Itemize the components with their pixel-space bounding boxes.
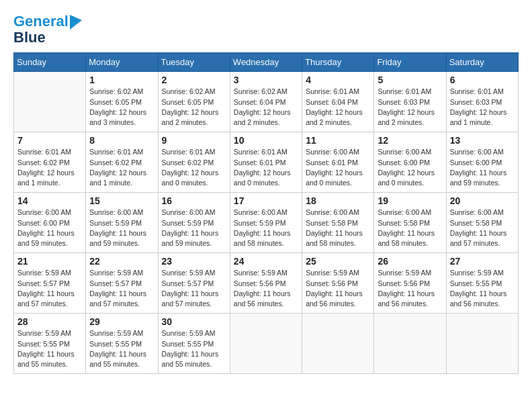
calendar-cell: 25Sunrise: 5:59 AM Sunset: 5:56 PM Dayli… (302, 253, 374, 314)
day-number: 19 (378, 195, 442, 206)
day-number: 17 (234, 195, 298, 206)
day-detail: Sunrise: 5:59 AM Sunset: 5:55 PM Dayligh… (17, 328, 82, 369)
day-detail: Sunrise: 6:00 AM Sunset: 5:58 PM Dayligh… (378, 208, 442, 248)
day-detail: Sunrise: 6:01 AM Sunset: 6:02 PM Dayligh… (162, 147, 226, 188)
calendar-cell: 26Sunrise: 5:59 AM Sunset: 5:56 PM Dayli… (374, 253, 446, 314)
calendar-cell: 29Sunrise: 5:59 AM Sunset: 5:55 PM Dayli… (86, 314, 158, 374)
calendar-cell: 4Sunrise: 6:01 AM Sunset: 6:04 PM Daylig… (302, 72, 374, 132)
day-number: 26 (378, 256, 442, 267)
calendar-cell: 19Sunrise: 6:00 AM Sunset: 5:58 PM Dayli… (374, 193, 446, 253)
day-detail: Sunrise: 5:59 AM Sunset: 5:56 PM Dayligh… (378, 268, 442, 309)
calendar-cell: 7Sunrise: 6:01 AM Sunset: 6:02 PM Daylig… (14, 132, 86, 193)
day-number: 21 (17, 256, 82, 267)
weekday-header-thursday: Thursday (302, 53, 374, 72)
day-number: 30 (162, 316, 226, 327)
day-number: 3 (234, 75, 298, 85)
day-detail: Sunrise: 5:59 AM Sunset: 5:57 PM Dayligh… (89, 268, 154, 309)
day-detail: Sunrise: 6:00 AM Sunset: 5:59 PM Dayligh… (162, 208, 226, 248)
calendar-cell: 13Sunrise: 6:00 AM Sunset: 6:00 PM Dayli… (446, 132, 518, 193)
day-detail: Sunrise: 5:59 AM Sunset: 5:56 PM Dayligh… (234, 268, 298, 309)
calendar-cell (446, 314, 518, 374)
day-detail: Sunrise: 6:00 AM Sunset: 5:59 PM Dayligh… (234, 208, 298, 248)
svg-marker-0 (70, 15, 82, 30)
calendar-cell (14, 72, 86, 132)
day-number: 9 (162, 135, 226, 146)
calendar-cell: 18Sunrise: 6:00 AM Sunset: 5:58 PM Dayli… (302, 193, 374, 253)
day-number: 8 (89, 135, 154, 146)
calendar-cell: 6Sunrise: 6:01 AM Sunset: 6:03 PM Daylig… (446, 72, 518, 132)
day-detail: Sunrise: 6:01 AM Sunset: 6:03 PM Dayligh… (450, 87, 515, 128)
day-detail: Sunrise: 6:02 AM Sunset: 6:04 PM Dayligh… (234, 87, 298, 128)
day-number: 24 (234, 256, 298, 267)
calendar-cell: 20Sunrise: 6:00 AM Sunset: 5:58 PM Dayli… (446, 193, 518, 253)
day-number: 13 (450, 135, 515, 146)
weekday-header-monday: Monday (86, 53, 158, 72)
calendar-cell: 16Sunrise: 6:00 AM Sunset: 5:59 PM Dayli… (158, 193, 230, 253)
calendar-cell: 1Sunrise: 6:02 AM Sunset: 6:05 PM Daylig… (86, 72, 158, 132)
calendar-cell: 2Sunrise: 6:02 AM Sunset: 6:05 PM Daylig… (158, 72, 230, 132)
day-number: 10 (234, 135, 298, 146)
week-row-1: 1Sunrise: 6:02 AM Sunset: 6:05 PM Daylig… (14, 72, 519, 132)
day-detail: Sunrise: 6:01 AM Sunset: 6:02 PM Dayligh… (17, 147, 82, 188)
day-detail: Sunrise: 6:01 AM Sunset: 6:01 PM Dayligh… (234, 147, 298, 188)
day-detail: Sunrise: 6:00 AM Sunset: 5:58 PM Dayligh… (306, 208, 370, 248)
day-number: 1 (89, 75, 154, 85)
calendar-cell: 22Sunrise: 5:59 AM Sunset: 5:57 PM Dayli… (86, 253, 158, 314)
weekday-header-friday: Friday (374, 53, 446, 72)
day-detail: Sunrise: 6:00 AM Sunset: 5:59 PM Dayligh… (89, 208, 154, 248)
calendar-cell (374, 314, 446, 374)
day-number: 12 (378, 135, 442, 146)
weekday-header-sunday: Sunday (14, 53, 86, 72)
calendar-cell: 23Sunrise: 5:59 AM Sunset: 5:57 PM Dayli… (158, 253, 230, 314)
weekday-header-tuesday: Tuesday (158, 53, 230, 72)
day-number: 23 (162, 256, 226, 267)
week-row-4: 21Sunrise: 5:59 AM Sunset: 5:57 PM Dayli… (14, 253, 519, 314)
calendar-cell: 3Sunrise: 6:02 AM Sunset: 6:04 PM Daylig… (230, 72, 302, 132)
calendar-cell: 9Sunrise: 6:01 AM Sunset: 6:02 PM Daylig… (158, 132, 230, 193)
calendar-cell: 28Sunrise: 5:59 AM Sunset: 5:55 PM Dayli… (14, 314, 86, 374)
day-detail: Sunrise: 6:00 AM Sunset: 6:01 PM Dayligh… (306, 147, 370, 188)
day-number: 25 (306, 256, 370, 267)
day-detail: Sunrise: 5:59 AM Sunset: 5:55 PM Dayligh… (162, 328, 226, 369)
day-number: 6 (450, 75, 515, 85)
calendar-cell: 30Sunrise: 5:59 AM Sunset: 5:55 PM Dayli… (158, 314, 230, 374)
day-number: 29 (89, 316, 154, 327)
calendar-cell: 17Sunrise: 6:00 AM Sunset: 5:59 PM Dayli… (230, 193, 302, 253)
day-detail: Sunrise: 6:01 AM Sunset: 6:02 PM Dayligh… (89, 147, 154, 188)
calendar-cell: 15Sunrise: 6:00 AM Sunset: 5:59 PM Dayli… (86, 193, 158, 253)
week-row-3: 14Sunrise: 6:00 AM Sunset: 6:00 PM Dayli… (14, 193, 519, 253)
day-detail: Sunrise: 6:00 AM Sunset: 5:58 PM Dayligh… (450, 208, 515, 248)
day-detail: Sunrise: 5:59 AM Sunset: 5:55 PM Dayligh… (89, 328, 154, 369)
day-number: 20 (450, 195, 515, 206)
calendar-cell: 8Sunrise: 6:01 AM Sunset: 6:02 PM Daylig… (86, 132, 158, 193)
day-detail: Sunrise: 5:59 AM Sunset: 5:55 PM Dayligh… (450, 268, 515, 309)
calendar-cell (230, 314, 302, 374)
day-detail: Sunrise: 6:00 AM Sunset: 6:00 PM Dayligh… (378, 147, 442, 188)
calendar-cell: 12Sunrise: 6:00 AM Sunset: 6:00 PM Dayli… (374, 132, 446, 193)
calendar-cell: 11Sunrise: 6:00 AM Sunset: 6:01 PM Dayli… (302, 132, 374, 193)
calendar-cell: 5Sunrise: 6:01 AM Sunset: 6:03 PM Daylig… (374, 72, 446, 132)
day-number: 27 (450, 256, 515, 267)
page-header: GeneralBlue (13, 13, 519, 46)
weekday-header-saturday: Saturday (446, 53, 518, 72)
calendar-cell: 21Sunrise: 5:59 AM Sunset: 5:57 PM Dayli… (14, 253, 86, 314)
day-number: 2 (162, 75, 226, 85)
week-row-2: 7Sunrise: 6:01 AM Sunset: 6:02 PM Daylig… (14, 132, 519, 193)
day-number: 5 (378, 75, 442, 85)
day-number: 14 (17, 195, 82, 206)
day-detail: Sunrise: 6:01 AM Sunset: 6:04 PM Dayligh… (306, 87, 370, 128)
day-detail: Sunrise: 6:02 AM Sunset: 6:05 PM Dayligh… (89, 87, 154, 128)
logo-text: GeneralBlue (13, 13, 82, 46)
day-detail: Sunrise: 6:00 AM Sunset: 6:00 PM Dayligh… (450, 147, 515, 188)
day-number: 15 (89, 195, 154, 206)
weekday-header-row: SundayMondayTuesdayWednesdayThursdayFrid… (14, 53, 519, 72)
calendar-table: SundayMondayTuesdayWednesdayThursdayFrid… (13, 52, 519, 374)
calendar-cell: 24Sunrise: 5:59 AM Sunset: 5:56 PM Dayli… (230, 253, 302, 314)
calendar-cell: 14Sunrise: 6:00 AM Sunset: 6:00 PM Dayli… (14, 193, 86, 253)
day-number: 7 (17, 135, 82, 146)
calendar-cell: 10Sunrise: 6:01 AM Sunset: 6:01 PM Dayli… (230, 132, 302, 193)
day-number: 28 (17, 316, 82, 327)
day-number: 16 (162, 195, 226, 206)
day-detail: Sunrise: 6:02 AM Sunset: 6:05 PM Dayligh… (162, 87, 226, 128)
logo: GeneralBlue (13, 13, 82, 46)
